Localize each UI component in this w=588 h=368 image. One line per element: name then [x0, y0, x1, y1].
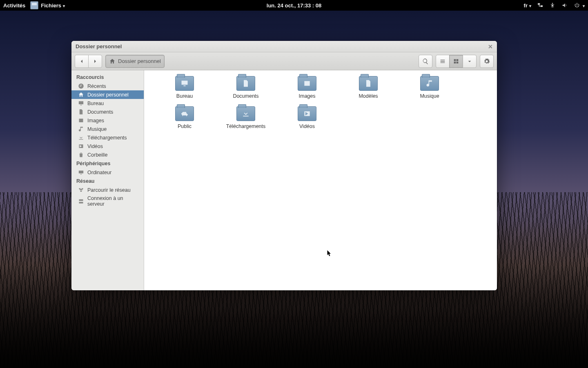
folder-icon	[175, 106, 194, 121]
close-icon[interactable]: ✕	[488, 43, 493, 50]
app-menu-label: Fichiers	[41, 2, 65, 9]
folder-label: Modèles	[359, 93, 378, 99]
download-icon	[78, 135, 84, 141]
folder-label: Public	[178, 123, 192, 129]
folder-label: Images	[299, 93, 316, 99]
chevron-down-icon	[466, 58, 473, 65]
music-icon	[78, 126, 84, 132]
folder-icon	[298, 106, 316, 121]
sidebar-item-computer[interactable]: Ordinateur	[71, 168, 144, 177]
settings-button[interactable]	[480, 55, 494, 68]
sidebar-item-music[interactable]: Musique	[71, 125, 144, 133]
file-grid: BureauDocumentsImagesModèlesMusiquePubli…	[154, 76, 487, 129]
sidebar-item-home[interactable]: Dossier personnel	[71, 90, 144, 99]
folder-item[interactable]: Téléchargements	[215, 106, 276, 129]
nav-buttons	[75, 55, 102, 68]
server-icon	[78, 198, 84, 204]
window-titlebar[interactable]: Dossier personnel ✕	[71, 41, 497, 52]
clock-icon	[78, 83, 84, 89]
sidebar-item-label: Images	[87, 118, 104, 123]
images-emblem-icon	[303, 79, 311, 88]
public-emblem-icon	[180, 110, 189, 118]
folder-icon	[236, 76, 255, 91]
view-grid-button[interactable]	[449, 55, 463, 68]
view-more-button[interactable]	[463, 55, 477, 68]
sidebar-item-desktop[interactable]: Bureau	[71, 99, 144, 108]
accessibility-icon[interactable]	[549, 2, 556, 9]
file-pane[interactable]: BureauDocumentsImagesModèlesMusiquePubli…	[144, 70, 497, 290]
volume-icon[interactable]	[561, 2, 568, 9]
templates-emblem-icon	[364, 79, 372, 88]
sidebar-item-server[interactable]: Connexion à un serveur	[71, 194, 144, 208]
list-view-icon	[439, 58, 446, 65]
grid-view-icon	[453, 58, 459, 65]
sidebar-item-clock[interactable]: Récents	[71, 82, 144, 90]
sidebar-header-devices: Périphériques	[71, 159, 144, 168]
power-icon	[574, 2, 580, 9]
home-icon	[78, 92, 84, 98]
sidebar-item-documents[interactable]: Documents	[71, 108, 144, 116]
sidebar-item-label: Récents	[87, 83, 106, 89]
window-title: Dossier personnel	[76, 43, 122, 49]
sidebar-item-label: Corbeille	[87, 152, 107, 158]
folder-item[interactable]: Modèles	[338, 76, 399, 99]
gnome-top-bar: Activités Fichiers lun. 24 oct., 17:33 :…	[0, 0, 588, 11]
back-button[interactable]	[75, 55, 89, 68]
toolbar: Dossier personnel	[71, 52, 497, 70]
network-icon	[78, 187, 84, 193]
sidebar-item-images[interactable]: Images	[71, 116, 144, 125]
folder-icon	[359, 76, 378, 91]
keyboard-layout-indicator[interactable]: fr	[524, 2, 531, 9]
videos-icon	[78, 143, 84, 149]
folder-item[interactable]: Public	[154, 106, 215, 129]
folder-item[interactable]: Bureau	[154, 76, 215, 99]
view-list-button[interactable]	[436, 55, 450, 68]
folder-label: Vidéos	[299, 123, 315, 129]
folder-label: Bureau	[176, 93, 193, 99]
trash-icon	[78, 152, 84, 158]
images-icon	[78, 117, 84, 123]
documents-emblem-icon	[242, 79, 250, 88]
music-emblem-icon	[425, 79, 434, 88]
folder-item[interactable]: Musique	[399, 76, 460, 99]
folder-icon	[298, 76, 316, 91]
desktop-emblem-icon	[180, 79, 189, 88]
computer-icon	[78, 169, 84, 175]
folder-label: Documents	[233, 93, 258, 99]
forward-button[interactable]	[88, 55, 102, 68]
sidebar-item-network[interactable]: Parcourir le réseau	[71, 186, 144, 194]
sidebar-item-label: Bureau	[87, 101, 104, 106]
gear-icon	[483, 58, 490, 65]
activities-button[interactable]: Activités	[3, 2, 25, 9]
folder-label: Téléchargements	[226, 123, 266, 129]
clock[interactable]: lun. 24 oct., 17:33 : 08	[267, 2, 321, 9]
videos-emblem-icon	[303, 110, 311, 118]
files-app-icon	[30, 1, 38, 9]
home-icon	[109, 58, 116, 65]
folder-item[interactable]: Images	[276, 76, 338, 99]
chevron-right-icon	[92, 58, 98, 65]
network-status-icon[interactable]	[537, 2, 543, 9]
chevron-down-icon	[581, 2, 585, 9]
breadcrumb-home[interactable]: Dossier personnel	[105, 55, 165, 68]
search-button[interactable]	[419, 55, 432, 68]
app-menu[interactable]: Fichiers	[30, 1, 65, 9]
sidebar-header-shortcuts: Raccourcis	[71, 73, 144, 82]
folder-icon	[236, 106, 255, 121]
power-menu[interactable]	[574, 2, 585, 9]
folder-item[interactable]: Documents	[215, 76, 276, 99]
search-icon	[422, 58, 429, 65]
sidebar-item-videos[interactable]: Vidéos	[71, 142, 144, 150]
folder-icon	[175, 76, 194, 91]
sidebar-item-trash[interactable]: Corbeille	[71, 150, 144, 159]
sidebar-item-download[interactable]: Téléchargements	[71, 133, 144, 142]
documents-icon	[78, 109, 84, 115]
sidebar-item-label: Dossier personnel	[87, 92, 129, 98]
folder-item[interactable]: Vidéos	[276, 106, 338, 129]
sidebar-header-network: Réseau	[71, 177, 144, 186]
folder-icon	[420, 76, 439, 91]
sidebar-item-label: Documents	[87, 109, 113, 115]
sidebar-item-label: Ordinateur	[87, 170, 111, 175]
sidebar-item-label: Téléchargements	[87, 135, 127, 141]
desktop-icon	[78, 100, 84, 106]
